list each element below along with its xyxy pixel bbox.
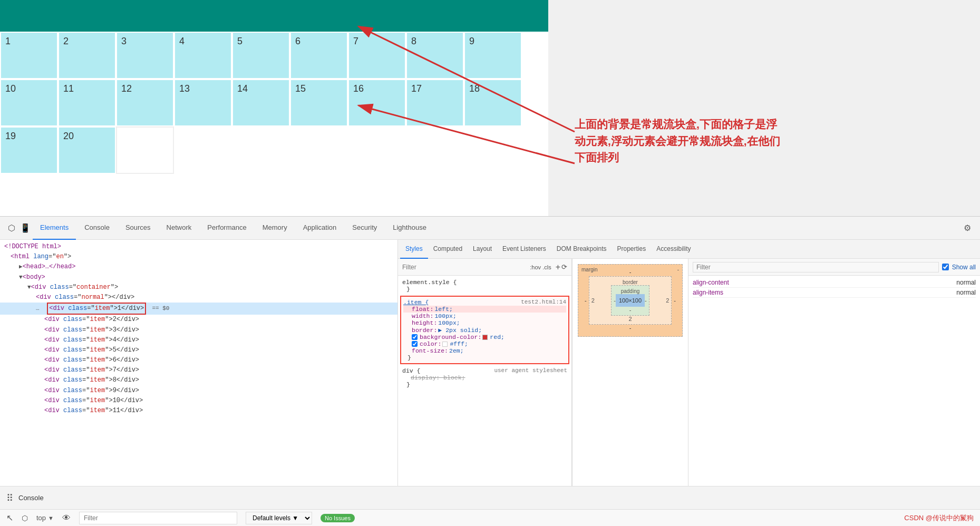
styles-tab-properties[interactable]: Properties bbox=[612, 240, 652, 259]
console-bottom-bar: ⠿ Console bbox=[0, 486, 980, 509]
container-tag-line[interactable]: ▼<div class="container"> bbox=[0, 283, 397, 293]
grid-cell-8: 8 bbox=[406, 32, 464, 79]
padding-right-value: - bbox=[645, 297, 647, 304]
tab-network[interactable]: Network bbox=[159, 217, 199, 240]
browser-preview: 1 2 3 4 5 6 7 8 9 10 11 12 13 14 15 bbox=[0, 0, 548, 216]
body-tag-line[interactable]: ▼<body> bbox=[0, 272, 397, 283]
grid-cell-4: 4 bbox=[174, 32, 232, 79]
top-label: top bbox=[36, 514, 46, 522]
normal-div-line[interactable]: <div class="normal"></div> bbox=[0, 293, 397, 303]
margin-left-value: - bbox=[583, 297, 589, 304]
css-prop-width: width: 100px; bbox=[403, 313, 566, 319]
styles-body: :hov .cls + ⟳ element.style { } bbox=[398, 259, 980, 509]
color-checkbox[interactable] bbox=[412, 341, 418, 347]
css-item-close-brace: } bbox=[403, 354, 566, 361]
computed-row-align-items: align-items normal bbox=[693, 288, 976, 298]
grid-cell-20: 20 bbox=[58, 126, 116, 174]
device-icon[interactable]: ⬡ bbox=[22, 514, 28, 522]
css-prop-height: height: 100px; bbox=[403, 319, 566, 326]
computed-filter-input[interactable] bbox=[693, 262, 939, 272]
margin-label: margin bbox=[581, 267, 598, 272]
tab-memory[interactable]: Memory bbox=[255, 217, 295, 240]
border-bottom-value: 2 bbox=[591, 316, 669, 322]
console-filter-input[interactable] bbox=[79, 512, 237, 524]
computed-properties: align-content normal align-items normal bbox=[688, 276, 980, 509]
teal-background-bar bbox=[0, 0, 548, 32]
elements-tree[interactable]: <!DOCTYPE html> <html lang="en"> ▶<head>… bbox=[0, 240, 397, 493]
show-all-label[interactable]: Show all bbox=[952, 264, 976, 271]
styles-tab-dom-breakpoints[interactable]: DOM Breakpoints bbox=[551, 240, 612, 259]
box-model-panel: margin - - - border 2 pa bbox=[572, 259, 688, 509]
item9-div-line[interactable]: <div class="item">9</div> bbox=[0, 386, 397, 396]
tab-application[interactable]: Application bbox=[296, 217, 344, 240]
css-selector-element-style: element.style { bbox=[402, 279, 457, 286]
item2-div-line[interactable]: <div class="item">2</div> bbox=[0, 315, 397, 325]
float-grid: 1 2 3 4 5 6 7 8 9 10 11 12 13 14 15 bbox=[0, 32, 548, 174]
css-selector-item[interactable]: .item { bbox=[403, 299, 429, 306]
color-swatch[interactable] bbox=[442, 342, 448, 347]
eye-icon[interactable]: 👁 bbox=[62, 513, 71, 523]
grid-cell-10: 10 bbox=[0, 79, 58, 126]
css-prop-color: color: #fff; bbox=[403, 340, 566, 347]
styles-tab-event-listeners[interactable]: Event Listeners bbox=[497, 240, 551, 259]
tab-security[interactable]: Security bbox=[345, 217, 384, 240]
styles-tab-styles[interactable]: Styles bbox=[400, 240, 428, 259]
tab-sources[interactable]: Sources bbox=[118, 217, 158, 240]
grid-cell-1: 1 bbox=[0, 32, 58, 79]
device-toggle-icon[interactable]: 📱 bbox=[19, 222, 32, 235]
grid-cell-16: 16 bbox=[348, 79, 406, 126]
grid-cell-empty bbox=[116, 126, 174, 174]
css-div-close-brace: } bbox=[402, 381, 567, 388]
drag-handle-icon[interactable]: ⠿ bbox=[6, 492, 13, 504]
tab-lighthouse[interactable]: Lighthouse bbox=[385, 217, 434, 240]
default-levels-select[interactable]: Default levels ▼ bbox=[246, 512, 312, 524]
preview-area: 1 2 3 4 5 6 7 8 9 10 11 12 13 14 15 bbox=[0, 0, 980, 216]
hov-cls-toggle[interactable]: :hov .cls bbox=[530, 264, 551, 270]
show-all-checkbox[interactable] bbox=[942, 264, 949, 270]
css-rule-div-ua: div { user agent stylesheet display: blo… bbox=[398, 366, 571, 389]
grid-cell-17: 17 bbox=[406, 79, 464, 126]
grid-cell-7: 7 bbox=[348, 32, 406, 79]
item8-div-line[interactable]: <div class="item">8</div> bbox=[0, 375, 397, 385]
grid-cell-9: 9 bbox=[464, 32, 522, 79]
item7-div-line[interactable]: <div class="item">7</div> bbox=[0, 365, 397, 375]
top-selector[interactable]: top ▼ bbox=[36, 514, 54, 522]
styles-filter-input[interactable] bbox=[402, 264, 530, 271]
bg-color-swatch[interactable] bbox=[482, 335, 488, 340]
css-selector-div: div { bbox=[402, 367, 421, 374]
settings-gear-icon[interactable]: ⚙ bbox=[960, 221, 975, 236]
inspect-icon[interactable]: ⬡ bbox=[5, 222, 18, 235]
box-model-outer: margin - - - border 2 pa bbox=[578, 264, 683, 337]
styles-tab-layout[interactable]: Layout bbox=[468, 240, 497, 259]
css-source-ua: user agent stylesheet bbox=[494, 367, 567, 374]
tab-console[interactable]: Console bbox=[77, 217, 117, 240]
item11-div-line[interactable]: <div class="item">11</div> bbox=[0, 406, 397, 416]
tab-performance[interactable]: Performance bbox=[200, 217, 254, 240]
refresh-style-icon[interactable]: ⟳ bbox=[561, 263, 567, 271]
tab-elements[interactable]: Elements bbox=[33, 217, 76, 240]
item6-div-line[interactable]: <div class="item">6</div> bbox=[0, 355, 397, 365]
console-tab-label[interactable]: Console bbox=[18, 494, 44, 502]
item4-div-line[interactable]: <div class="item">4</div> bbox=[0, 335, 397, 345]
elements-panel: <!DOCTYPE html> <html lang="en"> ▶<head>… bbox=[0, 240, 398, 509]
styles-tab-accessibility[interactable]: Accessibility bbox=[651, 240, 696, 259]
box-model-middle: - border 2 padding - bbox=[583, 276, 678, 325]
csdn-branding: CSDN @传说中的鬣狗 bbox=[904, 513, 974, 523]
bg-color-checkbox[interactable] bbox=[412, 334, 418, 340]
head-tag-line[interactable]: ▶<head>…</head> bbox=[0, 262, 397, 272]
padding-label: padding bbox=[621, 288, 640, 294]
item1-div-line[interactable]: … <div class="item">1</div> == $0 bbox=[0, 303, 397, 315]
status-bar: ↖ ⬡ top ▼ 👁 Default levels ▼ No Issues C… bbox=[0, 509, 980, 526]
html-tag-line[interactable]: <html lang="en"> bbox=[0, 252, 397, 262]
selected-node-dot: … bbox=[36, 304, 43, 314]
item10-div-line[interactable]: <div class="item">10</div> bbox=[0, 396, 397, 406]
cursor-icon[interactable]: ↖ bbox=[6, 513, 13, 523]
grid-cell-15: 15 bbox=[290, 79, 348, 126]
styles-tab-computed[interactable]: Computed bbox=[428, 240, 468, 259]
grid-cell-3: 3 bbox=[116, 32, 174, 79]
add-style-rule-button[interactable]: + bbox=[556, 262, 560, 272]
computed-filter-row: Show all bbox=[688, 259, 980, 276]
doctype-line: <!DOCTYPE html> bbox=[0, 242, 397, 252]
item3-div-line[interactable]: <div class="item">3</div> bbox=[0, 325, 397, 335]
item5-div-line[interactable]: <div class="item">5</div> bbox=[0, 345, 397, 355]
